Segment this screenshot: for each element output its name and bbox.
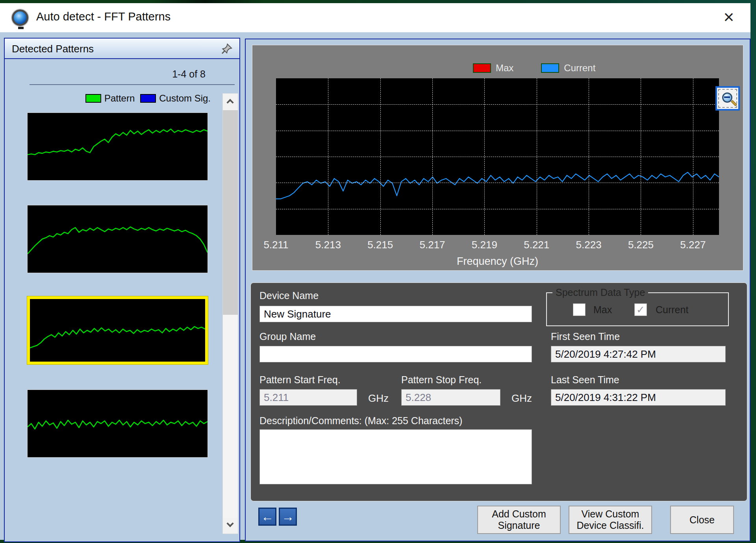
description-label: Description/Comments: (Max: 255 Characte…	[259, 415, 462, 427]
pattern-thumbnail[interactable]	[27, 390, 208, 458]
legend-label: Max	[496, 63, 513, 74]
legend-item: Custom Sig.	[140, 93, 211, 104]
spectrum-data-type-title: Spectrum Data Type	[552, 287, 648, 298]
last-seen-label: Last Seen Time	[551, 374, 619, 386]
x-tick-label: 5.225	[628, 239, 654, 251]
spectrum-chart-legend: MaxCurrent	[473, 63, 595, 74]
previous-pattern-button[interactable]: ←	[258, 508, 276, 526]
legend-item: Max	[473, 63, 513, 74]
legend-swatch	[541, 63, 559, 73]
last-seen-field	[551, 389, 726, 406]
description-field[interactable]	[259, 429, 532, 484]
title-bar: Auto detect - FFT Patterns ×	[0, 3, 750, 32]
x-axis-title: Frequency (GHz)	[276, 255, 719, 268]
legend-item: Current	[541, 63, 595, 74]
dialog-client-area: Detected Patterns 1-4 of 8 PatternCustom…	[0, 32, 750, 540]
detected-patterns-header: Detected Patterns	[5, 39, 239, 59]
legend-label: Pattern	[104, 93, 135, 104]
stop-freq-field	[401, 389, 500, 406]
max-checkbox-label: Max	[593, 304, 612, 316]
spectrum-plot	[276, 78, 719, 235]
scrollbar-down-button[interactable]	[223, 518, 238, 534]
gridline-horizontal	[276, 157, 719, 157]
desktop-edge-top	[0, 0, 756, 3]
x-tick-label: 5.223	[576, 239, 602, 251]
pattern-count-label: 1-4 of 8	[172, 68, 206, 80]
scrollbar[interactable]	[222, 93, 238, 534]
x-tick-label: 5.219	[472, 239, 497, 251]
x-tick-label: 5.221	[524, 239, 549, 251]
scrollbar-up-button[interactable]	[223, 94, 238, 109]
dialog-window: Auto detect - FFT Patterns × Detected Pa…	[0, 3, 750, 540]
stop-freq-unit: GHz	[511, 392, 532, 404]
pattern-thumbnail[interactable]	[27, 113, 208, 181]
legend-swatch	[85, 94, 101, 103]
next-pattern-button[interactable]: →	[279, 508, 297, 526]
pattern-thumbnail[interactable]	[27, 205, 208, 273]
max-checkbox[interactable]	[573, 303, 586, 316]
desktop-edge-right	[750, 0, 756, 543]
spectrum-data-type-group: Spectrum Data Type Max ✓ Current	[546, 292, 729, 326]
group-name-label: Group Name	[259, 331, 316, 342]
pattern-thumbnail-selected[interactable]	[27, 296, 208, 364]
device-name-label: Device Name	[259, 290, 319, 301]
x-tick-label: 5.215	[367, 239, 393, 251]
detected-patterns-title: Detected Patterns	[12, 43, 94, 55]
gridline-horizontal	[276, 131, 719, 131]
add-custom-signature-button[interactable]: Add Custom Signature	[477, 506, 561, 534]
pin-icon[interactable]	[220, 42, 234, 56]
group-name-field[interactable]	[259, 346, 532, 362]
x-tick-label: 5.227	[680, 239, 706, 251]
current-checkbox-label: Current	[656, 304, 688, 316]
gridline-horizontal	[276, 104, 719, 105]
legend-item: Pattern	[85, 93, 135, 104]
window-title: Auto detect - FFT Patterns	[36, 10, 170, 23]
chevron-down-icon	[226, 520, 233, 527]
detected-patterns-panel: Detected Patterns 1-4 of 8 PatternCustom…	[4, 38, 240, 542]
device-name-field[interactable]	[259, 306, 532, 322]
current-checkbox[interactable]: ✓	[634, 303, 647, 316]
start-freq-field	[259, 389, 357, 406]
x-tick-label: 5.217	[420, 239, 445, 251]
view-custom-device-button[interactable]: View Custom Device Classifi.	[569, 506, 652, 534]
zoom-out-icon	[718, 89, 737, 108]
stop-freq-label: Pattern Stop Freq.	[401, 374, 482, 386]
legend-swatch	[473, 63, 491, 73]
legend-label: Custom Sig.	[159, 93, 211, 104]
signature-form: Device Name Spectrum Data Type Max ✓ Cur…	[250, 283, 747, 501]
legend-label: Current	[564, 63, 595, 74]
first-seen-field	[551, 346, 726, 362]
close-icon[interactable]: ×	[718, 6, 739, 28]
x-tick-label: 5.213	[315, 239, 341, 251]
zoom-out-button[interactable]	[715, 86, 740, 111]
gridline-horizontal	[276, 183, 719, 183]
signature-detail-panel: MaxCurrent 5.2115.2135.2155.2175.2195.22…	[245, 39, 750, 541]
chevron-up-icon	[226, 99, 233, 106]
pattern-legend: PatternCustom Sig.	[85, 93, 211, 104]
app-icon	[12, 9, 28, 26]
first-seen-label: First Seen Time	[551, 331, 620, 342]
close-button[interactable]: Close	[670, 506, 734, 534]
separator-line	[30, 84, 235, 85]
desktop: Auto detect - FFT Patterns × Detected Pa…	[0, 0, 756, 543]
start-freq-label: Pattern Start Freq.	[259, 374, 341, 386]
x-tick-label: 5.211	[263, 239, 288, 251]
gridline-horizontal	[276, 209, 719, 209]
start-freq-unit: GHz	[368, 392, 389, 404]
scrollbar-thumb[interactable]	[223, 110, 238, 315]
spectrum-chart-container: MaxCurrent 5.2115.2135.2155.2175.2195.22…	[252, 45, 743, 271]
x-axis-ticks: 5.2115.2135.2155.2175.2195.2215.2235.225…	[276, 239, 719, 252]
legend-swatch	[140, 94, 156, 103]
